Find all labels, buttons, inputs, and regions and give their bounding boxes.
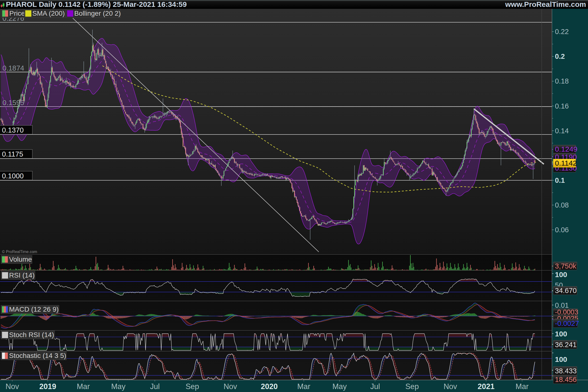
svg-text:Volume: Volume bbox=[9, 256, 32, 263]
svg-text:2021: 2021 bbox=[478, 382, 495, 391]
svg-text:Nov: Nov bbox=[444, 382, 457, 391]
svg-text:0.1595: 0.1595 bbox=[2, 99, 24, 106]
svg-text:18.456: 18.456 bbox=[555, 376, 577, 384]
svg-text:0.1: 0.1 bbox=[555, 176, 565, 184]
svg-text:0.16: 0.16 bbox=[555, 102, 569, 110]
svg-text:SMA (200): SMA (200) bbox=[32, 10, 65, 17]
svg-text:-0.0027: -0.0027 bbox=[555, 320, 579, 327]
svg-text:0.06: 0.06 bbox=[555, 226, 569, 234]
svg-text:May: May bbox=[111, 382, 126, 391]
svg-text:2019: 2019 bbox=[40, 382, 56, 391]
svg-text:100: 100 bbox=[555, 330, 567, 338]
svg-text:Nov: Nov bbox=[6, 382, 19, 391]
svg-text:0.08: 0.08 bbox=[555, 201, 569, 209]
svg-text:38.433: 38.433 bbox=[555, 367, 577, 375]
svg-text:0.2: 0.2 bbox=[555, 52, 565, 60]
svg-text:3,750k: 3,750k bbox=[555, 262, 576, 270]
svg-text:PHAROL Daily 0.1142 (-1.89%) 2: PHAROL Daily 0.1142 (-1.89%) 25-Mar-2021… bbox=[6, 0, 187, 8]
svg-text:34.670: 34.670 bbox=[555, 287, 577, 294]
svg-text:Price: Price bbox=[9, 10, 25, 17]
svg-text:0.1249: 0.1249 bbox=[555, 145, 578, 153]
svg-text:MACD (12 26 9): MACD (12 26 9) bbox=[9, 306, 58, 313]
svg-text:Mar: Mar bbox=[297, 382, 310, 391]
svg-text:100: 100 bbox=[555, 355, 567, 363]
svg-text:Stochastic (14 3 5): Stochastic (14 3 5) bbox=[9, 352, 66, 360]
svg-text:May: May bbox=[332, 382, 347, 391]
svg-text:0.18: 0.18 bbox=[555, 77, 569, 85]
svg-text:Sep: Sep bbox=[405, 382, 419, 391]
svg-text:0.1142: 0.1142 bbox=[555, 159, 577, 167]
svg-text:Bollinger (20 2): Bollinger (20 2) bbox=[74, 10, 121, 17]
svg-text:Stoch RSI (14): Stoch RSI (14) bbox=[9, 331, 54, 338]
svg-text:0.1000: 0.1000 bbox=[2, 172, 24, 180]
svg-text:Sep: Sep bbox=[186, 382, 199, 391]
svg-text:Nov: Nov bbox=[224, 382, 237, 391]
svg-text:RSI (14): RSI (14) bbox=[9, 272, 34, 279]
svg-text:0.1370: 0.1370 bbox=[2, 126, 24, 134]
svg-text:Jul: Jul bbox=[370, 382, 380, 391]
svg-text:0.22: 0.22 bbox=[555, 28, 569, 36]
svg-text:100: 100 bbox=[555, 270, 567, 278]
svg-text:0.1874: 0.1874 bbox=[2, 64, 24, 72]
svg-text:36.241: 36.241 bbox=[555, 341, 577, 349]
svg-text:0.14: 0.14 bbox=[555, 127, 569, 135]
svg-text:Jul: Jul bbox=[150, 382, 160, 391]
svg-text:Mar: Mar bbox=[516, 382, 528, 391]
svg-text:© ProRealTime.com: © ProRealTime.com bbox=[2, 250, 37, 254]
svg-text:2020: 2020 bbox=[261, 382, 278, 391]
svg-text:0.1175: 0.1175 bbox=[2, 150, 23, 158]
svg-text:Mar: Mar bbox=[77, 382, 90, 391]
svg-text:www.ProRealTime.com: www.ProRealTime.com bbox=[505, 0, 586, 8]
